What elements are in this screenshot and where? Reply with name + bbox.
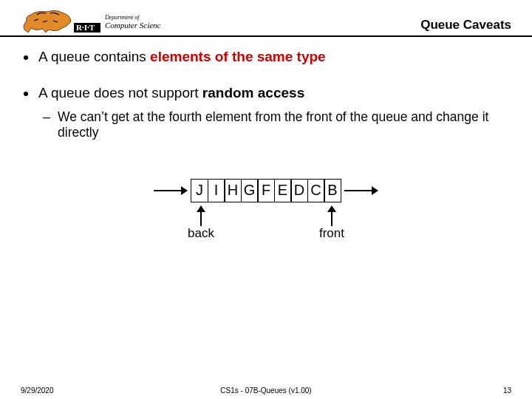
arrow-up-icon [326, 205, 338, 226]
back-label: back [188, 226, 214, 241]
arrow-in-icon [154, 184, 188, 197]
sub-bullet-text: We can’t get at the fourth element from … [58, 109, 508, 140]
bullet-emphasis: random access [202, 85, 304, 100]
bullet-lead: A queue contains [38, 49, 150, 64]
queue-cell: C [307, 179, 325, 202]
queue-cell: E [274, 179, 292, 202]
back-pointer: back [188, 205, 214, 241]
footer-course: CS1s - 07B-Queues (v1.00) [220, 386, 311, 395]
bullet-dot-icon [24, 55, 28, 60]
queue-cell: F [257, 179, 275, 202]
bullet-text: A queue contains elements of the same ty… [38, 49, 326, 66]
queue-cell: D [290, 179, 308, 202]
bullet-dot-icon [24, 92, 28, 96]
slide-body: A queue contains elements of the same ty… [0, 37, 532, 241]
queue-cell: H [224, 179, 242, 202]
slide-title: Queue Caveats [420, 18, 511, 33]
bullet-item: A queue does not support random access [24, 85, 508, 102]
front-label: front [319, 226, 344, 241]
dash-icon: – [43, 109, 50, 125]
institution-logo: R·I·T Department of Computer Science [21, 7, 161, 34]
queue-cell: G [241, 179, 259, 202]
queue-cell: B [324, 179, 341, 202]
bullet-item: A queue contains elements of the same ty… [24, 49, 508, 66]
queue-row: J I H G F E D C B [154, 179, 378, 202]
queue-cells: J I H G F E D C B [191, 179, 341, 202]
queue-diagram: J I H G F E D C B back front [24, 179, 508, 241]
queue-cell: J [191, 179, 208, 202]
bullet-text: A queue does not support random access [38, 85, 304, 102]
svg-text:Computer Science: Computer Science [105, 21, 161, 30]
footer-date: 9/29/2020 [21, 386, 54, 395]
bullet-emphasis: elements of the same type [150, 49, 326, 64]
queue-labels: back front [155, 205, 377, 241]
slide-header: R·I·T Department of Computer Science Que… [0, 0, 532, 37]
rit-tiger-logo-icon: R·I·T Department of Computer Science [21, 7, 161, 34]
slide-footer: 9/29/2020 CS1s - 07B-Queues (v1.00) 13 [0, 386, 532, 395]
svg-text:R·I·T: R·I·T [76, 23, 95, 32]
svg-text:Department of: Department of [104, 14, 140, 21]
footer-page-number: 13 [503, 386, 511, 395]
sub-bullet: – We can’t get at the fourth element fro… [43, 109, 508, 140]
queue-cell: I [208, 179, 225, 202]
arrow-out-icon [344, 184, 378, 197]
arrow-up-icon [195, 205, 207, 226]
front-pointer: front [319, 205, 344, 241]
bullet-lead: A queue does not support [38, 85, 202, 100]
